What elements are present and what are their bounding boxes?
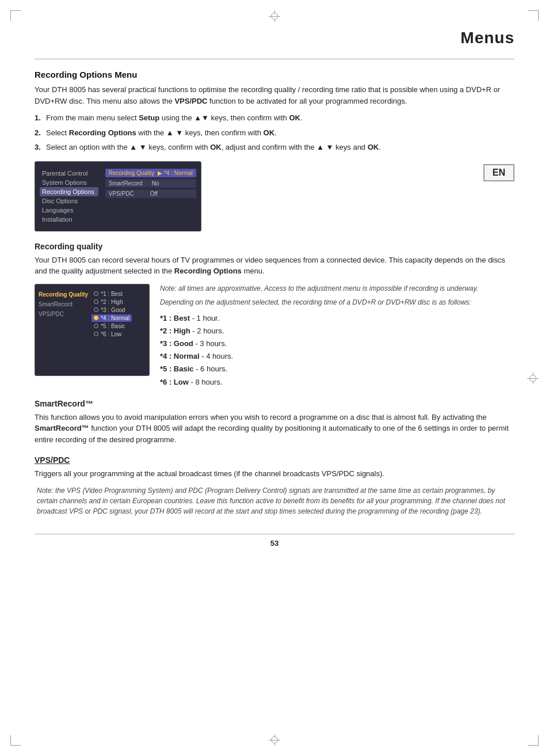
top-divider (35, 59, 514, 59)
opt-good: *3 : Good (92, 306, 132, 314)
quality-list: *1 : Best - 1 hour. *2 : High - 2 hours.… (160, 312, 514, 389)
smartrecord-heading: SmartRecord™ (35, 399, 514, 408)
section-heading: Recording Options Menu (35, 70, 514, 79)
menu-item-parental: Parental Control (40, 169, 98, 178)
sub-recording-quality: Recording Quality ▶ *4 : Normal (105, 169, 196, 177)
quality-item-basic: *5 : Basic - 6 hours. (160, 363, 514, 375)
qs-label-recording-quality: Recording Quality (39, 290, 88, 299)
corner-mark-bl (10, 735, 21, 746)
corner-mark-tr (528, 10, 539, 21)
quality-text-bold: Recording Options (174, 267, 242, 275)
menu-item-disc: Disc Options (40, 196, 98, 206)
vpspdc-text: Triggers all your programming at the act… (35, 468, 514, 480)
opt-best: *1 : Best (92, 290, 132, 298)
opt-normal: *4 : Normal (92, 314, 132, 322)
quality-screenshot: Recording Quality SmartRecord VPS/PDC *1… (35, 284, 150, 376)
quality-item-best: *1 : Best - 1 hour. (160, 312, 514, 325)
step-2-num: 2. (35, 127, 41, 139)
quality-text: Your DTH 8005 can record several hours o… (35, 256, 505, 276)
quality-note1: Note: all times are approximative. Acces… (160, 284, 514, 294)
step-1: 1. From the main menu select Setup using… (35, 112, 514, 124)
menu-item-languages: Languages (40, 206, 98, 215)
quality-heading: Recording quality (35, 242, 514, 251)
sub-vps-pdc: VPS/PDC Off (105, 189, 196, 198)
opt-basic: *5 : Basic (92, 322, 132, 330)
opt-low: *6 : Low (92, 330, 132, 338)
bottom-divider (35, 534, 514, 534)
steps-list: 1. From the main menu select Setup using… (35, 112, 514, 153)
opt-high: *2 : High (92, 298, 132, 306)
vpspdc-note: Note: the VPS (Video Programming System)… (35, 485, 514, 516)
quality-item-normal: *4 : Normal - 4 hours. (160, 350, 514, 363)
qs-label-vpspdc: VPS/PDC (39, 310, 88, 318)
quality-intro: Your DTH 8005 can record several hours o… (35, 254, 514, 277)
menu-screenshot-1: Parental Control System Options Recordin… (35, 161, 201, 231)
qs-label-smartrecord: SmartRecord (39, 300, 88, 309)
corner-mark-br (528, 735, 539, 746)
quality-screenshot-inner: Recording Quality SmartRecord VPS/PDC *1… (39, 290, 146, 338)
smartrecord-bold: SmartRecord™ (35, 424, 89, 432)
menu-item-system: System Options (40, 178, 98, 187)
quality-item-high: *2 : High - 2 hours. (160, 325, 514, 337)
step-3-num: 3. (35, 142, 41, 153)
page-number: 53 (35, 539, 514, 548)
quality-text-col: Note: all times are approximative. Acces… (160, 284, 514, 389)
screenshot-1-sidebar: Parental Control System Options Recordin… (40, 169, 98, 224)
smartrecord-text: This function allows you to avoid manipu… (35, 412, 514, 446)
quality-item-low: *6 : Low - 8 hours. (160, 376, 514, 389)
intro-text2: function to be activated for all your pr… (209, 97, 407, 105)
crosshair-bottom (269, 734, 280, 746)
quality-sidebar: Recording Quality SmartRecord VPS/PDC (39, 290, 88, 338)
vpspdc-heading: VPS/PDC (35, 455, 514, 465)
intro-bold: VPS/PDC (174, 97, 207, 105)
screenshot-1-submenu: Recording Quality ▶ *4 : Normal SmartRec… (105, 169, 196, 224)
sub-smart-record: SmartRecord No (105, 179, 196, 188)
quality-text2: menu. (243, 267, 264, 275)
corner-mark-tl (10, 10, 21, 21)
en-badge-text: EN (493, 168, 505, 177)
step-2: 2. Select Recording Options with the ▲ ▼… (35, 127, 514, 139)
page-title: Menus (35, 29, 514, 47)
page-content: Menus Recording Options Menu Your DTH 80… (35, 29, 514, 548)
menu-item-recording: Recording Options (40, 187, 98, 196)
menu-item-installation: Installation (40, 215, 98, 224)
smartrecord-text1: This function allows you to avoid manipu… (35, 413, 486, 421)
quality-options: *1 : Best *2 : High *3 : Good *4 : Norma… (92, 290, 132, 338)
crosshair-top (269, 10, 280, 22)
crosshair-right (527, 373, 539, 384)
step-3: 3. Select an option with the ▲ ▼ keys, c… (35, 142, 514, 153)
screenshot-1-layout: Parental Control System Options Recordin… (40, 169, 196, 224)
smartrecord-text2: function your DTH 8005 will adapt the re… (35, 424, 509, 444)
en-badge: EN (483, 164, 514, 181)
step-1-num: 1. (35, 112, 41, 124)
quality-item-good: *3 : Good - 3 hours. (160, 337, 514, 350)
quality-section-layout: Recording Quality SmartRecord VPS/PDC *1… (35, 284, 514, 389)
quality-note2: Depending on the adjustment selected, th… (160, 298, 514, 307)
intro-paragraph: Your DTH 8005 has several practical func… (35, 84, 514, 107)
